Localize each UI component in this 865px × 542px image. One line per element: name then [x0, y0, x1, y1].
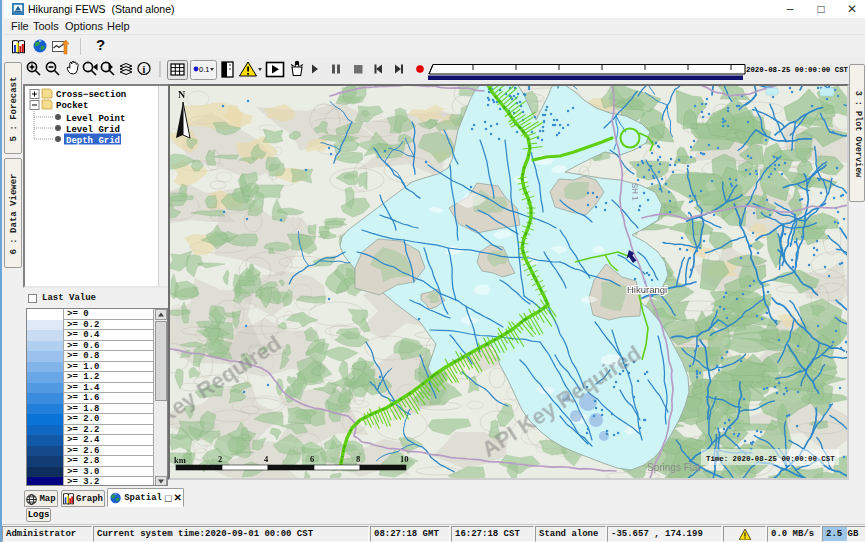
- svg-text:Depth Grid: Depth Grid: [66, 136, 120, 146]
- svg-text:2: 2: [218, 454, 222, 464]
- svg-text:8: 8: [356, 454, 360, 464]
- svg-text:Hikurangi: Hikurangi: [627, 284, 667, 295]
- svg-text:Level Grid: Level Grid: [66, 125, 120, 135]
- svg-text:km: km: [174, 455, 186, 465]
- svg-text:0.1: 0.1: [199, 65, 209, 74]
- svg-text:Pocket: Pocket: [56, 101, 88, 111]
- svg-text:10: 10: [400, 454, 409, 464]
- svg-text:2020-08-25 00:00:00 CST: 2020-08-25 00:00:00 CST: [746, 66, 849, 74]
- svg-text:SH 1: SH 1: [630, 183, 640, 202]
- svg-text:i: i: [143, 64, 146, 75]
- svg-text:Time: 2020-08-25 00:00:00 CST: Time: 2020-08-25 00:00:00 CST: [706, 455, 835, 463]
- svg-text:N: N: [178, 89, 186, 100]
- svg-text:Level Point: Level Point: [66, 114, 125, 124]
- svg-text:6: 6: [310, 454, 314, 464]
- svg-text:Cross−section: Cross−section: [56, 90, 126, 100]
- svg-text:Springs Flat: Springs Flat: [647, 462, 701, 473]
